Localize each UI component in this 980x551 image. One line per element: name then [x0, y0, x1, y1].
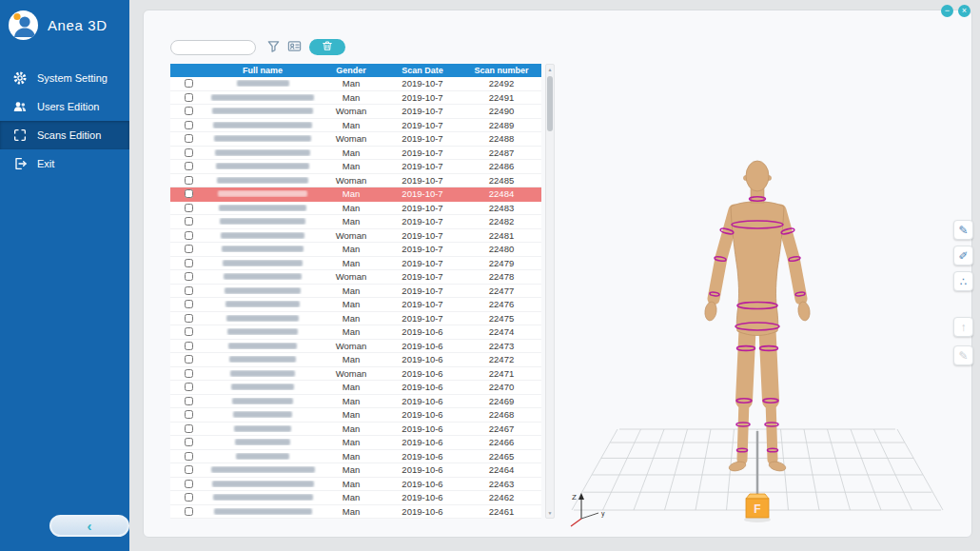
row-checkbox[interactable]: [185, 121, 193, 129]
row-checkbox[interactable]: [185, 342, 193, 350]
sidebar-item-exit[interactable]: Exit: [0, 149, 129, 178]
scan-number-cell: 22473: [461, 341, 541, 351]
table-row[interactable]: Man2019-10-722475: [170, 312, 541, 326]
tool-up-button[interactable]: ↑: [953, 317, 973, 337]
tool-pen-button[interactable]: ✎: [953, 220, 973, 240]
sidebar-collapse-button[interactable]: ‹: [49, 515, 129, 537]
row-checkbox[interactable]: [185, 424, 193, 433]
table-row[interactable]: Man2019-10-722479: [170, 257, 541, 271]
table-row[interactable]: Woman2019-10-722490: [170, 105, 541, 119]
sidebar-item-scans-edition[interactable]: Scans Edition: [0, 121, 129, 149]
row-checkbox[interactable]: [185, 300, 193, 308]
blurred-full-name: [228, 343, 297, 349]
row-checkbox[interactable]: [185, 134, 193, 143]
table-row[interactable]: Man2019-10-622462: [170, 491, 541, 505]
row-checkbox[interactable]: [185, 231, 193, 240]
row-checkbox[interactable]: [185, 176, 193, 185]
table-row[interactable]: Man2019-10-722484: [170, 187, 541, 202]
filter-button[interactable]: [265, 40, 282, 56]
table-row[interactable]: Man2019-10-622470: [170, 381, 541, 395]
gear-icon: [12, 70, 28, 86]
table-row[interactable]: Man2019-10-722483: [170, 202, 541, 216]
blurred-full-name: [212, 108, 313, 114]
full-name-cell: [206, 328, 319, 335]
full-name-cell: [206, 370, 319, 377]
table-row[interactable]: Woman2019-10-622471: [170, 367, 541, 382]
3d-viewport[interactable]: F: [562, 115, 962, 534]
row-checkbox[interactable]: [185, 204, 193, 212]
tool-picker-button[interactable]: ✐: [953, 246, 973, 266]
tool-points-button[interactable]: ∴: [953, 271, 973, 291]
table-row[interactable]: Man2019-10-622472: [170, 353, 541, 367]
scan-number-cell: 22486: [461, 161, 541, 171]
table-row[interactable]: Woman2019-10-622473: [170, 340, 541, 354]
table-row[interactable]: Man2019-10-722489: [170, 119, 541, 133]
row-checkbox[interactable]: [185, 79, 193, 88]
floor-marker[interactable]: F: [744, 494, 771, 522]
table-row[interactable]: Man2019-10-622468: [170, 408, 541, 423]
row-checkbox[interactable]: [185, 189, 193, 198]
user-card-button[interactable]: [286, 40, 303, 56]
table-row[interactable]: Man2019-10-622466: [170, 436, 541, 450]
row-checkbox[interactable]: [185, 369, 193, 378]
minimize-button[interactable]: −: [941, 5, 953, 17]
row-checkbox[interactable]: [185, 507, 193, 516]
table-row[interactable]: Man2019-10-622464: [170, 463, 541, 478]
row-checkbox[interactable]: [185, 438, 193, 446]
close-button[interactable]: ×: [958, 5, 970, 17]
row-checkbox[interactable]: [185, 480, 193, 488]
sidebar-item-system-setting[interactable]: System Setting: [0, 64, 129, 92]
row-checkbox[interactable]: [185, 217, 193, 226]
table-row[interactable]: Man2019-10-722487: [170, 147, 541, 161]
table-row[interactable]: Man2019-10-622469: [170, 395, 541, 409]
table-row[interactable]: Man2019-10-622474: [170, 325, 541, 340]
full-name-cell: [206, 177, 319, 184]
row-checkbox[interactable]: [185, 107, 193, 115]
tool-edit-button[interactable]: ✎: [953, 345, 973, 365]
table-row[interactable]: Man2019-10-722482: [170, 215, 541, 229]
row-checkbox[interactable]: [185, 272, 193, 281]
table-row[interactable]: Man2019-10-622467: [170, 423, 541, 437]
row-checkbox[interactable]: [185, 245, 193, 253]
table-row[interactable]: Man2019-10-722480: [170, 243, 541, 257]
scan-date-cell: 2019-10-7: [383, 120, 461, 130]
table-row[interactable]: Man2019-10-722491: [170, 91, 541, 106]
row-checkbox[interactable]: [185, 452, 193, 461]
row-checkbox[interactable]: [185, 355, 193, 364]
trash-icon: [322, 40, 333, 54]
row-checkbox[interactable]: [185, 327, 193, 336]
row-checkbox[interactable]: [185, 148, 193, 157]
body-scan-model: [704, 161, 812, 473]
row-checkbox[interactable]: [185, 286, 193, 295]
table-row[interactable]: Man2019-10-722486: [170, 160, 541, 174]
row-checkbox[interactable]: [185, 397, 193, 405]
full-name-cell: [206, 439, 319, 445]
table-row[interactable]: Woman2019-10-722481: [170, 229, 541, 244]
sidebar-item-users-edition[interactable]: Users Edition: [0, 92, 129, 121]
table-row[interactable]: Man2019-10-622461: [170, 505, 541, 520]
scroll-up-arrow-icon[interactable]: ▲: [546, 65, 554, 74]
table-row[interactable]: Man2019-10-722492: [170, 77, 541, 91]
table-row[interactable]: Man2019-10-722477: [170, 285, 541, 299]
row-checkbox[interactable]: [185, 93, 193, 102]
sidebar-item-label: Users Edition: [37, 101, 99, 112]
row-checkbox[interactable]: [185, 259, 193, 267]
row-checkbox[interactable]: [185, 493, 193, 502]
delete-button[interactable]: [309, 39, 345, 55]
search-input[interactable]: [170, 40, 256, 55]
row-checkbox[interactable]: [185, 410, 193, 419]
scan-date-cell: 2019-10-7: [383, 92, 461, 103]
table-row[interactable]: Woman2019-10-722488: [170, 132, 541, 147]
table-row[interactable]: Woman2019-10-722485: [170, 174, 541, 188]
table-row[interactable]: Man2019-10-622465: [170, 450, 541, 464]
table-row[interactable]: Woman2019-10-722478: [170, 270, 541, 285]
row-checkbox[interactable]: [185, 383, 193, 391]
row-checkbox[interactable]: [185, 314, 193, 323]
table-row[interactable]: Man2019-10-722476: [170, 298, 541, 312]
scroll-down-arrow-icon[interactable]: ▼: [546, 508, 554, 518]
row-checkbox[interactable]: [185, 465, 193, 474]
scrollbar-thumb[interactable]: [547, 76, 553, 131]
row-checkbox[interactable]: [185, 162, 193, 170]
table-scrollbar[interactable]: ▲ ▼: [545, 64, 555, 519]
table-row[interactable]: Man2019-10-622463: [170, 478, 541, 492]
